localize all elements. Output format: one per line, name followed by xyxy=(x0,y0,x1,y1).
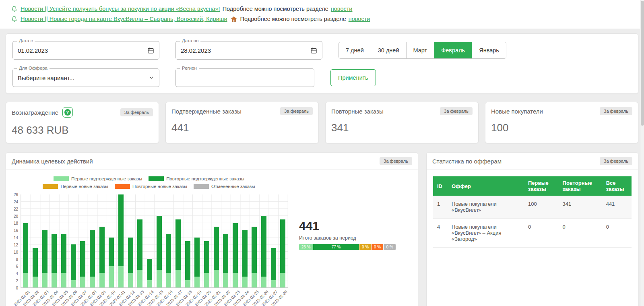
bar-column xyxy=(59,194,69,287)
bar-segment xyxy=(42,230,47,273)
bar-segment xyxy=(147,280,152,287)
bar-column xyxy=(40,194,50,287)
bell-icon xyxy=(11,6,17,12)
table-cell: Новые покупатели «ВкусВилл» – Акция «Заг… xyxy=(448,219,524,248)
region-field[interactable]: Регион xyxy=(175,68,314,87)
legend-item[interactable]: Первые новые заказы xyxy=(43,184,108,189)
legend-label: Повторные новые заказы xyxy=(132,184,187,189)
bar-segment xyxy=(194,238,200,277)
bar-segment xyxy=(137,219,142,269)
table-cell: 341 xyxy=(559,196,602,219)
news-item: Новости || Новые города на карте ВкусВил… xyxy=(10,16,634,22)
house-icon xyxy=(231,16,237,22)
bar-segment xyxy=(42,273,47,287)
region-label: Регион xyxy=(180,66,199,70)
bar-column xyxy=(126,194,135,287)
bar-segment xyxy=(157,270,162,287)
bar-column xyxy=(135,194,145,287)
legend-item[interactable]: Первые подтвержденные заказы xyxy=(54,176,142,181)
help-icon[interactable]: ? xyxy=(62,107,73,118)
period-button-30days[interactable]: 30 дней xyxy=(371,42,407,58)
date-to-label: Дата по xyxy=(180,38,200,43)
news-section-link[interactable]: новости xyxy=(331,6,353,12)
chart-panel: Динамика целевых действий За февраль Пер… xyxy=(6,152,418,306)
chart-panel-title: Динамика целевых действий xyxy=(12,158,93,165)
progress-segment: 23 % xyxy=(299,244,313,250)
bar-column xyxy=(21,194,31,287)
bar-segment xyxy=(166,273,171,287)
period-button-march[interactable]: Март xyxy=(407,42,435,58)
period-badge: За февраль xyxy=(120,108,153,116)
legend-item[interactable]: Отмененные заказы xyxy=(194,184,255,189)
bar-segment xyxy=(252,273,257,287)
offer-label: Для Оффера xyxy=(17,66,50,70)
stat-card-reward: Вознаграждение ? За февраль 48 633 RUB xyxy=(6,102,159,143)
apply-button[interactable]: Применить xyxy=(330,69,376,86)
progress-segment: 0 % xyxy=(372,244,384,250)
bar-segment xyxy=(61,273,66,287)
bar-segment xyxy=(185,280,190,287)
bar-segment xyxy=(242,230,248,277)
date-from-input[interactable] xyxy=(18,47,147,54)
table-row: 4Новые покупатели «ВкусВилл» – Акция «За… xyxy=(433,219,632,248)
bar-segment xyxy=(109,266,114,287)
region-input[interactable] xyxy=(181,74,309,81)
offer-select[interactable]: Для Оффера Выберите вариант... xyxy=(12,68,159,87)
bar-column xyxy=(192,194,202,287)
legend-swatch xyxy=(149,176,164,181)
stat-value: 48 633 RUB xyxy=(12,124,153,136)
progress-bar: 23 %77 %0 %0 %0 % xyxy=(299,244,396,250)
bar-column xyxy=(31,194,40,287)
offers-panel-title: Статистика по офферам xyxy=(432,158,502,165)
news-item: Новости || Успейте получить бонусы за по… xyxy=(10,6,634,12)
bar-segment xyxy=(242,277,248,287)
period-badge: За февраль xyxy=(600,107,632,115)
period-badge: За февраль xyxy=(440,107,473,115)
news-headline-link[interactable]: Новости || Успейте получить бонусы за по… xyxy=(21,6,220,12)
date-from-field[interactable]: Дата с xyxy=(12,41,159,60)
period-badge: За февраль xyxy=(280,107,313,115)
bar-segment xyxy=(128,273,133,287)
bar-column xyxy=(221,194,231,287)
dashboard-page: Новости || Успейте получить бонусы за по… xyxy=(0,0,644,306)
news-headline-link[interactable]: Новости || Новые города на карте ВкусВил… xyxy=(21,16,227,22)
table-cell: 0 xyxy=(602,219,632,248)
bar-segment xyxy=(109,238,114,266)
legend-label: Первые подтвержденные заказы xyxy=(71,176,142,181)
bar-segment xyxy=(52,273,57,287)
legend-item[interactable]: Повторные подтвержденные заказы xyxy=(149,176,244,181)
bar-segment xyxy=(280,273,285,287)
y-tick-label: 26 xyxy=(14,192,18,197)
bar-column xyxy=(164,194,173,287)
date-to-field[interactable]: Дата по xyxy=(175,41,322,60)
bar-segment xyxy=(33,277,38,287)
chevron-down-icon xyxy=(149,75,154,81)
bar-column xyxy=(278,194,288,287)
progress-segment: 0 % xyxy=(359,244,372,250)
y-tick-label: 14 xyxy=(14,236,18,240)
bar-segment xyxy=(271,280,276,287)
date-to-input[interactable] xyxy=(181,47,310,54)
news-more-text: Подробнее можно посмотреть разделе xyxy=(240,16,346,22)
bar-column xyxy=(97,194,107,287)
legend-item[interactable]: Повторные новые заказы xyxy=(115,184,187,189)
calendar-icon[interactable] xyxy=(310,47,317,54)
bar-column xyxy=(259,194,269,287)
bar-column xyxy=(78,194,88,287)
stat-title: Повторные заказы xyxy=(331,108,384,115)
chart-x-labels: 2023-02-012023-02-022023-02-032023-02-04… xyxy=(21,288,288,306)
y-tick-label: 0 xyxy=(16,286,18,290)
calendar-icon[interactable] xyxy=(147,47,154,54)
table-header-cell: Все заказы xyxy=(602,176,632,196)
period-button-7days[interactable]: 7 дней xyxy=(339,42,371,58)
period-button-february[interactable]: Февраль xyxy=(434,42,472,58)
news-section-link[interactable]: новости xyxy=(349,16,370,22)
bar-segment xyxy=(71,244,76,280)
bar-column xyxy=(250,194,259,287)
period-button-january[interactable]: Январь xyxy=(472,42,506,58)
scrollbar-thumb[interactable] xyxy=(641,1,644,126)
table-cell: Новые покупатели «ВкусВилл» xyxy=(448,196,524,219)
scrollbar[interactable] xyxy=(640,0,644,306)
bar-segment xyxy=(194,277,200,287)
stat-cards-row: Вознаграждение ? За февраль 48 633 RUB П… xyxy=(6,102,638,143)
